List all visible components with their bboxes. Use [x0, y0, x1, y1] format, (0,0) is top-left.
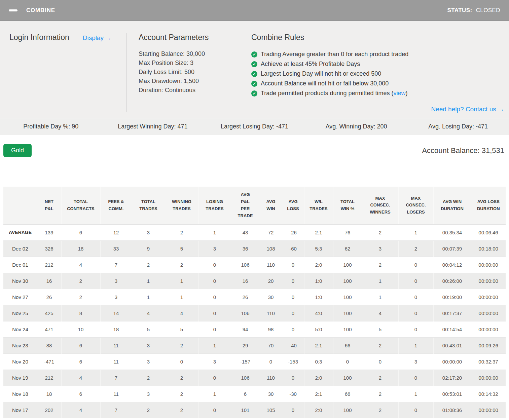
cell: 1 [198, 337, 231, 353]
cell: 11 [100, 386, 132, 402]
cell: 100 [333, 321, 362, 337]
cell: 0 [282, 257, 304, 273]
row-label-header [3, 187, 37, 224]
view-link[interactable]: view [394, 90, 406, 97]
column-header: TOTALTRADES [132, 187, 165, 224]
cell: 29 [231, 337, 260, 353]
cell: 6 [61, 224, 100, 240]
minimize-icon[interactable] [9, 9, 17, 11]
cell: 100 [333, 273, 362, 289]
cell: 2 [61, 273, 100, 289]
account-parameter-item: Max Position Size: 3 [139, 59, 239, 68]
combine-rule-item: ✓Largest Losing Day will not hit or exce… [251, 69, 509, 79]
cell: 2 [165, 337, 198, 353]
cell: 00:19:00 [433, 289, 471, 305]
cell: 1 [398, 224, 433, 240]
display-link[interactable]: Display → [83, 34, 112, 42]
cell: 100 [333, 402, 362, 418]
cell: 139 [37, 224, 61, 240]
cell: 2 [165, 370, 198, 386]
cell: 0 [398, 289, 433, 305]
cell: 98 [260, 321, 282, 337]
cell: 7 [100, 402, 132, 418]
cell: 4 [132, 305, 165, 321]
cell: 0 [198, 257, 231, 273]
column-header: NETP&L [37, 187, 61, 224]
cell: 2 [165, 402, 198, 418]
cell: 0 [282, 273, 304, 289]
cell: 2:0 [304, 402, 333, 418]
status-badge: STATUS: CLOSED [447, 7, 500, 14]
cell: 0 [362, 353, 398, 370]
cell: 0 [198, 402, 231, 418]
cell: 6 [61, 353, 100, 370]
cell: 0 [282, 305, 304, 321]
combine-rule-item: ✓Account Balance will not hit or fall be… [251, 79, 509, 88]
cell: 1:0 [304, 289, 333, 305]
cell: 16 [37, 273, 61, 289]
cell: 5:0 [304, 321, 333, 337]
cell: 00:09:26 [471, 337, 506, 353]
cell: 3 [100, 289, 132, 305]
account-parameters-heading: Account Parameters [139, 33, 239, 42]
column-header: TOTALCONTRACTS [61, 187, 100, 224]
cell: 106 [231, 370, 260, 386]
cell: 02:17:20 [433, 370, 471, 386]
cell: 00:35:34 [433, 224, 471, 240]
cell: 3 [398, 353, 433, 370]
cell: 70 [260, 337, 282, 353]
status-value: CLOSED [476, 7, 500, 13]
gold-product-button[interactable]: Gold [3, 144, 32, 157]
cell: 00:53:01 [433, 386, 471, 402]
cell: 00:00:00 [471, 402, 506, 418]
cell: 14 [100, 305, 132, 321]
column-header: TOTALWIN % [333, 187, 362, 224]
cell: 2 [398, 240, 433, 257]
column-header: MAXCONSEC.LOSERS [398, 187, 433, 224]
status-label: STATUS: [447, 7, 472, 13]
cell: 110 [260, 257, 282, 273]
cell: 101 [231, 402, 260, 418]
cell: 00:07:39 [433, 240, 471, 257]
cell: 3 [132, 224, 165, 240]
stat-item: Avg. Losing Day: -471 [407, 123, 509, 130]
cell: 1 [198, 386, 231, 402]
account-balance: Account Balance: 31,531 [422, 146, 504, 155]
cell: 2 [132, 257, 165, 273]
cell: 30 [260, 289, 282, 305]
cell: 2:1 [304, 386, 333, 402]
cell: 2:1 [304, 224, 333, 240]
cell: 0 [198, 305, 231, 321]
cell: 0 [398, 273, 433, 289]
cell: 66 [333, 386, 362, 402]
cell: 8 [61, 305, 100, 321]
check-icon: ✓ [251, 61, 257, 67]
cell: 2 [165, 257, 198, 273]
cell: 1 [165, 273, 198, 289]
account-parameter-item: Duration: Continuous [139, 86, 239, 95]
table-row: Nov 1818611321630-302:1662100:53:0100:14… [3, 386, 506, 402]
cell: 3 [132, 337, 165, 353]
table-row: Dec 012124722010611002:01002000:04:1200:… [3, 257, 506, 273]
cell: 11 [100, 337, 132, 353]
cell: 00:00:00 [471, 370, 506, 386]
cell: 2 [362, 337, 398, 353]
combine-rules-heading: Combine Rules [251, 33, 509, 42]
contact-us-link[interactable]: Need help? Contact us → [431, 106, 504, 113]
column-header: LOSINGTRADES [198, 187, 231, 224]
cell: 12 [100, 224, 132, 240]
product-row: Gold Account Balance: 31,531 [0, 135, 509, 157]
cell: 0 [282, 370, 304, 386]
row-label: Nov 18 [3, 386, 37, 402]
cell: 5 [165, 240, 198, 257]
cell: 100 [333, 370, 362, 386]
cell: 00:00:00 [471, 321, 506, 337]
row-label: Nov 25 [3, 305, 37, 321]
table-row: Nov 2542581444010611004:01004000:17:3700… [3, 305, 506, 321]
cell: 1 [362, 289, 398, 305]
cell: 18 [61, 240, 100, 257]
table-row: Nov 244711018550949805:01005000:14:5400:… [3, 321, 506, 337]
cell: 4 [61, 257, 100, 273]
column-header: AVG LOSSDURATION [471, 187, 506, 224]
cell: 3 [132, 353, 165, 370]
